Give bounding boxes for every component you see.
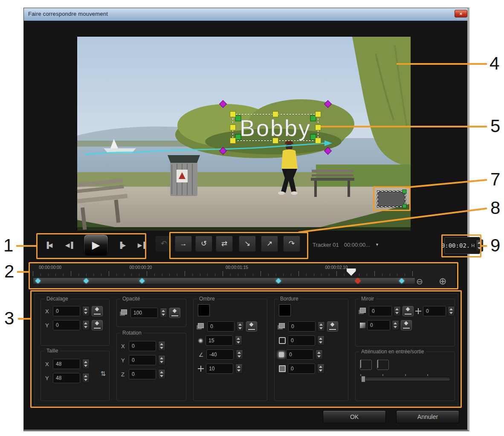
- bordure-opacity-input[interactable]: 0: [288, 321, 316, 332]
- taille-y-spinner[interactable]: [82, 373, 90, 383]
- rotation-x-input[interactable]: 0: [129, 341, 156, 351]
- miroir-opacity-spinner[interactable]: [394, 306, 401, 316]
- zoom-in-icon[interactable]: ⊕: [439, 276, 446, 287]
- bordure-color-swatch[interactable]: [279, 304, 291, 316]
- rotation-z-input[interactable]: 0: [129, 369, 156, 379]
- taille-x-spinner[interactable]: [82, 359, 90, 369]
- overlay-text[interactable]: Bobby: [240, 115, 311, 141]
- zoom-out-icon[interactable]: ⊖: [416, 277, 423, 286]
- decalage-y-input[interactable]: 0: [53, 320, 80, 330]
- timeline-keyframe-diamond[interactable]: [275, 278, 281, 284]
- rotation-y-input[interactable]: 0: [129, 355, 156, 365]
- tracker-select-dropdown[interactable]: Tracker 01 00:00:00... ▼: [313, 239, 391, 251]
- fade-slider[interactable]: [360, 377, 450, 381]
- miroir-fade-input[interactable]: 0: [367, 320, 390, 330]
- bordure-outline-input[interactable]: 0: [288, 335, 315, 346]
- rotation-y-spinner[interactable]: [158, 355, 165, 365]
- callout-4: 4: [490, 55, 499, 72]
- timecode-value[interactable]: 0:00:02.: [441, 242, 470, 249]
- go-to-start-button[interactable]: ▐◀: [39, 237, 57, 253]
- offset-icon: [198, 366, 204, 372]
- undo-path-button[interactable]: ↶: [155, 236, 172, 252]
- taille-y-input[interactable]: 48: [53, 373, 80, 383]
- taille-x-input[interactable]: 48: [53, 359, 80, 369]
- timecode-spinner[interactable]: [476, 240, 483, 251]
- group-opacite: Opacité 100: [116, 299, 186, 327]
- move-path-tool-button[interactable]: →: [175, 236, 192, 252]
- miroir-offset-input[interactable]: 0: [423, 306, 446, 316]
- opacite-spinner[interactable]: [160, 308, 167, 318]
- duration-timecode-field[interactable]: 0:00:02. H: [444, 237, 480, 254]
- bordure-inner-input[interactable]: 0: [288, 364, 315, 374]
- bordure-glow-spinner[interactable]: [316, 349, 323, 360]
- offset-path-tool-button[interactable]: ↘: [239, 236, 256, 252]
- opacite-input[interactable]: 100: [130, 308, 158, 318]
- bordure-glow-input[interactable]: 0: [286, 349, 313, 360]
- timeline-keyframe-diamond[interactable]: [139, 278, 145, 284]
- bordure-keyframe-button[interactable]: [327, 321, 338, 332]
- decalage-y-keyframe-button[interactable]: [92, 320, 103, 330]
- bordure-outline-spinner[interactable]: [317, 335, 324, 346]
- tracker-time: 00:00:00...: [344, 242, 370, 248]
- ombre-opacity-input[interactable]: 0: [207, 321, 235, 332]
- timeline-keyframe-diamond[interactable]: [35, 278, 41, 284]
- miroir-offset-spinner[interactable]: [448, 306, 455, 316]
- fade-in-button[interactable]: [360, 360, 372, 370]
- decalage-x-spinner[interactable]: [82, 306, 90, 316]
- ombre-offset-spinner[interactable]: [235, 364, 243, 374]
- rotation-label: Rotation: [120, 330, 144, 336]
- previous-frame-button[interactable]: ◀▐: [60, 237, 78, 253]
- ombre-offset-input[interactable]: 10: [206, 364, 233, 374]
- play-button[interactable]: ▶: [84, 234, 108, 256]
- decalage-x-input[interactable]: 0: [53, 306, 80, 316]
- ombre-angle-input[interactable]: -40: [206, 349, 234, 360]
- align-path-tool-button[interactable]: ↗: [261, 236, 278, 252]
- miroir-fade-spinner[interactable]: [392, 320, 399, 330]
- timecode-unit: H: [471, 243, 475, 248]
- ombre-color-swatch[interactable]: [198, 304, 210, 316]
- rotation-z-spinner[interactable]: [158, 369, 165, 379]
- cancel-button[interactable]: Annuler: [396, 410, 459, 423]
- timeline-keyframe-diamond[interactable]: [84, 278, 89, 284]
- ok-button[interactable]: OK: [323, 410, 386, 423]
- bordure-opacity-spinner[interactable]: [318, 321, 325, 332]
- offset-icon: [415, 308, 421, 314]
- attribute-panel: Décalage X 0 Y 0 Taille X 48 Y 48 ⇅ Opac…: [34, 293, 458, 406]
- group-taille: Taille X 48 Y 48 ⇅: [41, 351, 110, 401]
- timeline-tick-label: 00:00:02.10: [325, 265, 348, 270]
- tracker-region-box[interactable]: [378, 190, 406, 208]
- timeline-keyframe-diamond[interactable]: [399, 278, 404, 284]
- decalage-x-keyframe-button[interactable]: [92, 306, 103, 316]
- next-frame-button[interactable]: ▐▶: [113, 237, 130, 253]
- rotation-z-label: Z: [121, 371, 127, 378]
- ombre-blur-spinner[interactable]: [235, 335, 242, 346]
- ombre-keyframe-button[interactable]: [246, 321, 257, 332]
- timeline-ruler[interactable]: 00:00:00:00 00:00:00:20 00:00:01:15 00:0…: [33, 265, 414, 276]
- miroir-keyframe-button[interactable]: [403, 306, 414, 316]
- rotation-x-spinner[interactable]: [158, 341, 165, 351]
- go-to-end-button[interactable]: ▶▐: [132, 237, 150, 253]
- ombre-opacity-spinner[interactable]: [237, 321, 244, 332]
- fade-slider-handle[interactable]: [361, 376, 365, 382]
- fade-out-button[interactable]: [377, 360, 389, 370]
- decalage-y-spinner[interactable]: [82, 320, 90, 330]
- keyframe-timeline[interactable]: 00:00:00:00 00:00:00:20 00:00:01:15 00:0…: [30, 263, 456, 288]
- redo-path-tool-button[interactable]: ↷: [283, 236, 300, 252]
- mirror-fade-icon: [360, 323, 365, 328]
- rotate-path-tool-button[interactable]: ↺: [195, 236, 212, 252]
- miroir-opacity-input[interactable]: 0: [369, 306, 392, 316]
- video-preview[interactable]: Bobby: [77, 36, 410, 230]
- callout-3: 3: [4, 309, 14, 327]
- opacite-keyframe-button[interactable]: [169, 308, 180, 318]
- ombre-blur-input[interactable]: 15: [206, 335, 233, 346]
- link-xy-icon[interactable]: ⇅: [100, 370, 106, 378]
- swap-path-tool-button[interactable]: ⇄: [216, 236, 233, 252]
- ombre-angle-spinner[interactable]: [236, 349, 243, 360]
- bordure-inner-spinner[interactable]: [317, 364, 324, 374]
- timeline-track[interactable]: [33, 277, 415, 284]
- close-icon[interactable]: ×: [455, 10, 467, 17]
- miroir-fade-keyframe-button[interactable]: [401, 320, 412, 330]
- group-ombre: Ombre 0 15 ∠ -40 10: [193, 299, 267, 401]
- timeline-current-keyframe-marker[interactable]: [355, 278, 361, 284]
- opacity-icon: [360, 308, 366, 313]
